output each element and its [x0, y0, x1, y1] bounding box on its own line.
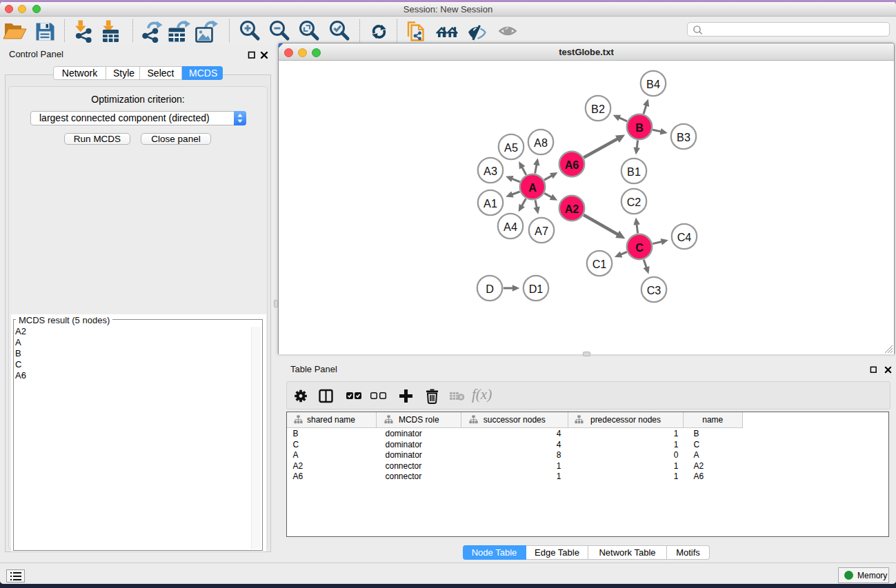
svg-text:B4: B4 [646, 78, 660, 90]
svg-text:D1: D1 [529, 283, 544, 295]
svg-text:A7: A7 [535, 225, 548, 237]
svg-text:B: B [635, 121, 644, 134]
svg-text:A2: A2 [565, 203, 579, 215]
svg-text:A5: A5 [504, 141, 518, 154]
svg-text:A1: A1 [484, 197, 497, 210]
svg-text:C3: C3 [647, 284, 661, 296]
svg-text:C4: C4 [677, 231, 692, 243]
svg-text:B2: B2 [591, 103, 605, 115]
svg-text:A3: A3 [484, 165, 497, 177]
svg-text:D: D [486, 283, 494, 295]
svg-text:C1: C1 [593, 258, 607, 270]
svg-text:A4: A4 [504, 221, 517, 233]
svg-text:B3: B3 [677, 131, 690, 143]
svg-text:C2: C2 [627, 196, 641, 208]
svg-text:B1: B1 [627, 165, 641, 178]
svg-text:A6: A6 [565, 159, 579, 171]
svg-text:C: C [635, 241, 644, 254]
svg-text:A: A [528, 181, 537, 194]
svg-text:A8: A8 [534, 136, 548, 149]
